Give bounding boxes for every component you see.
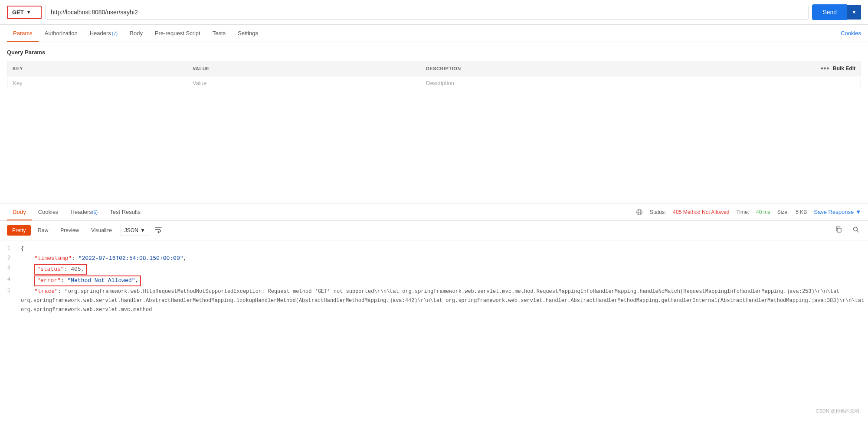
tab-settings[interactable]: Settings	[232, 25, 264, 42]
svg-rect-3	[837, 228, 841, 232]
params-section: Query Params KEY VALUE DESCRIPTION ••• B…	[0, 42, 868, 90]
search-icon[interactable]	[851, 224, 861, 236]
tab-headers[interactable]: Headers(7)	[84, 25, 124, 42]
copy-icon[interactable]	[833, 224, 844, 236]
json-line-5: 5 "trace": "org.springframework.web.Http…	[0, 287, 868, 315]
col-description: DESCRIPTION	[421, 61, 809, 76]
svg-line-5	[857, 231, 859, 233]
empty-area	[0, 90, 868, 203]
col-value: VALUE	[187, 61, 421, 76]
response-tab-test-results[interactable]: Test Results	[104, 203, 147, 220]
globe-icon	[636, 209, 643, 216]
description-cell[interactable]: Description	[421, 76, 809, 90]
json-viewer: 1 { 2 "timestamp": "2022-07-16T02:54:08.…	[0, 240, 868, 318]
key-cell[interactable]: Key	[7, 76, 187, 90]
tab-body[interactable]: Body	[124, 25, 149, 42]
wrap-icon[interactable]	[154, 226, 162, 235]
format-pretty-button[interactable]: Pretty	[7, 225, 31, 236]
cookies-link[interactable]: Cookies	[841, 25, 861, 42]
status-value: 405 Method Not Allowed	[673, 209, 729, 215]
response-tabs: Body Cookies Headers(6) Test Results Sta…	[0, 203, 868, 221]
send-dropdown-button[interactable]: ▼	[847, 5, 861, 20]
table-row: Key Value Description	[7, 76, 861, 90]
response-tab-body[interactable]: Body	[7, 203, 32, 220]
format-preview-button[interactable]: Preview	[55, 225, 84, 236]
method-label: GET	[12, 9, 24, 16]
json-line-4: 4 "error": "Method Not Allowed",	[0, 275, 868, 287]
time-label: Time:	[736, 209, 749, 215]
bulk-edit-button[interactable]: Bulk Edit	[833, 66, 855, 72]
method-dropdown-icon: ▼	[26, 10, 31, 15]
json-line-1: 1 {	[0, 244, 868, 254]
params-table: KEY VALUE DESCRIPTION ••• Bulk Edit Key …	[7, 61, 861, 90]
send-main-button[interactable]: Send	[812, 4, 847, 20]
url-input[interactable]	[45, 5, 809, 20]
json-line-3: 3 "status": 405,	[0, 264, 868, 275]
status-label: Status:	[650, 209, 666, 215]
response-tab-headers[interactable]: Headers(6)	[65, 203, 104, 220]
format-type-select[interactable]: JSON ▼	[121, 225, 149, 236]
more-options-icon[interactable]: •••	[821, 65, 829, 72]
response-meta: Status: 405 Method Not Allowed Time: 40 …	[636, 209, 861, 216]
size-label: Size:	[777, 209, 789, 215]
actions-cell	[809, 76, 861, 90]
response-tab-cookies[interactable]: Cookies	[32, 203, 65, 220]
send-button-group: Send ▼	[812, 4, 861, 20]
col-key: KEY	[7, 61, 187, 76]
save-response-button[interactable]: Save Response ▼	[814, 209, 861, 215]
size-value: 5 KB	[796, 209, 807, 215]
tab-params[interactable]: Params	[7, 25, 39, 42]
format-visualize-button[interactable]: Visualize	[86, 225, 117, 236]
request-tabs: Params Authorization Headers(7) Body Pre…	[0, 25, 868, 42]
url-bar: GET ▼ Send ▼	[0, 0, 868, 25]
col-actions: ••• Bulk Edit	[809, 61, 861, 76]
method-selector[interactable]: GET ▼	[7, 6, 42, 19]
tab-pre-request-script[interactable]: Pre-request Script	[149, 25, 206, 42]
format-raw-button[interactable]: Raw	[33, 225, 53, 236]
query-params-title: Query Params	[7, 49, 861, 56]
format-bar: Pretty Raw Preview Visualize JSON ▼	[0, 221, 868, 240]
time-value: 40 ms	[756, 209, 770, 215]
tab-authorization[interactable]: Authorization	[39, 25, 84, 42]
tab-tests[interactable]: Tests	[206, 25, 232, 42]
value-cell[interactable]: Value	[187, 76, 421, 90]
json-line-2: 2 "timestamp": "2022-07-16T02:54:08.150+…	[0, 254, 868, 264]
